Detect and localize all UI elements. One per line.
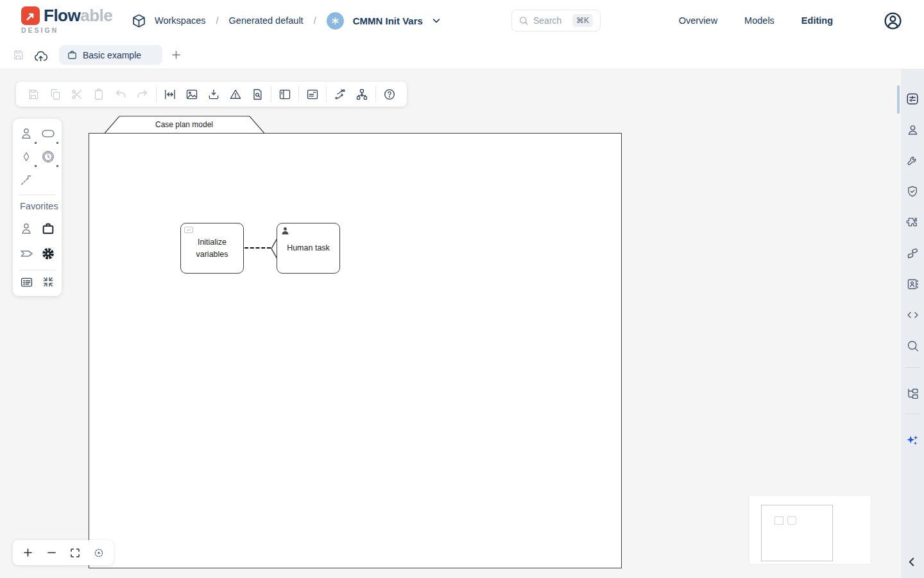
- undo-icon[interactable]: [110, 82, 132, 107]
- minimap[interactable]: [749, 496, 871, 564]
- sidebar-divider: [905, 414, 920, 414]
- toolbar-separator: [326, 86, 327, 102]
- user-icon[interactable]: [905, 123, 920, 137]
- breadcrumb-separator: /: [311, 15, 319, 26]
- tools-icon[interactable]: [905, 153, 920, 168]
- cut-icon[interactable]: [66, 82, 88, 107]
- minimap-case-plan: [761, 505, 833, 561]
- palette-divider: [19, 195, 55, 195]
- milestone-icon[interactable]: [18, 245, 35, 262]
- toolbar-separator: [298, 86, 299, 102]
- add-tab-button[interactable]: [170, 49, 182, 61]
- form-reference-icon[interactable]: [18, 274, 35, 290]
- chevron-left-icon[interactable]: [905, 555, 919, 569]
- top-navigation: Overview Models Editing: [679, 0, 903, 41]
- minimap-node: [787, 516, 796, 525]
- toolbar-separator: [156, 86, 157, 102]
- search-input[interactable]: [533, 15, 568, 26]
- code-icon[interactable]: [905, 308, 920, 322]
- help-icon[interactable]: [379, 82, 400, 107]
- copy-icon[interactable]: [44, 82, 66, 107]
- collapse-icon[interactable]: [40, 274, 56, 290]
- extensions-icon[interactable]: [905, 215, 920, 229]
- fit-screen-icon[interactable]: [68, 540, 82, 565]
- palette-divider: [19, 270, 55, 270]
- toolbar-separator: [375, 86, 376, 102]
- search-icon: [518, 15, 529, 26]
- case-plan-model[interactable]: Case plan model x= Initialize variables …: [89, 116, 622, 569]
- case-plan-label: Case plan model: [105, 120, 264, 129]
- breadcrumb: Workspaces / Generated default / CMMN In…: [131, 0, 442, 41]
- task-icon[interactable]: [40, 125, 56, 142]
- zoom-in-icon[interactable]: [21, 540, 35, 565]
- brand-subtitle: DESIGN: [21, 26, 112, 34]
- connector-icon[interactable]: [18, 171, 35, 188]
- search-icon[interactable]: [905, 338, 920, 353]
- active-panel-indicator: [897, 85, 900, 114]
- cloud-upload-icon[interactable]: [33, 49, 48, 64]
- timer-icon[interactable]: [40, 148, 56, 165]
- favorites-label: Favorites: [20, 201, 58, 211]
- nav-overview[interactable]: Overview: [679, 15, 717, 26]
- search-shortcut-badge: ⌘K: [572, 14, 593, 27]
- brand-wordmark: Flowable: [44, 6, 112, 26]
- diagram-canvas[interactable]: Favorites Case plan model x= Initialize: [0, 69, 901, 578]
- breadcrumb-separator: /: [214, 15, 221, 26]
- sentry-icon[interactable]: [18, 148, 35, 165]
- task-initialize-variables[interactable]: x= Initialize variables: [180, 223, 244, 274]
- center-target-icon[interactable]: [92, 540, 106, 565]
- human-task-icon[interactable]: [18, 125, 35, 142]
- validation-warning-icon[interactable]: [225, 82, 246, 107]
- search-box[interactable]: ⌘K: [511, 10, 601, 31]
- zoom-controls: [13, 540, 114, 565]
- task-label: Human task: [287, 242, 330, 254]
- chevron-down-icon[interactable]: [431, 15, 442, 26]
- breadcrumb-workspace-name[interactable]: Generated default: [229, 15, 304, 26]
- case-task-icon[interactable]: [40, 220, 56, 237]
- person-icon: [281, 227, 289, 235]
- breadcrumb-workspaces[interactable]: Workspaces: [155, 15, 206, 26]
- right-sidebar: [901, 69, 924, 578]
- contact-card-icon[interactable]: [905, 277, 920, 291]
- cube-icon: [131, 13, 147, 29]
- model-name[interactable]: CMMN Init Vars: [353, 15, 423, 26]
- security-icon[interactable]: [905, 184, 920, 198]
- fit-width-icon[interactable]: [159, 82, 181, 107]
- case-plan-body[interactable]: [89, 133, 622, 568]
- toolbar-separator: [271, 86, 271, 102]
- human-task-icon[interactable]: [18, 220, 35, 237]
- tab-basic-example[interactable]: Basic example: [59, 45, 162, 65]
- save-icon[interactable]: [22, 82, 44, 107]
- image-export-icon[interactable]: [181, 82, 203, 107]
- document-tab-bar: Basic example: [0, 41, 924, 69]
- user-avatar-icon[interactable]: [883, 11, 903, 31]
- steps-icon[interactable]: [905, 246, 920, 260]
- ai-sparkles-icon[interactable]: [905, 434, 920, 448]
- download-icon[interactable]: [203, 82, 225, 107]
- panel-layout-icon[interactable]: [274, 82, 296, 107]
- minimap-node: [774, 516, 783, 525]
- paste-icon[interactable]: [88, 82, 110, 107]
- flowable-logo: Flowable DESIGN: [21, 6, 112, 34]
- nav-editing[interactable]: Editing: [801, 15, 833, 26]
- editor-toolbar: [16, 82, 407, 107]
- app-header: Flowable DESIGN Workspaces / Generated d…: [0, 0, 924, 41]
- shape-palette: Favorites: [13, 119, 62, 296]
- document-preview-icon[interactable]: [246, 82, 268, 107]
- nav-models[interactable]: Models: [744, 15, 774, 26]
- tab-label: Basic example: [83, 50, 141, 60]
- service-task-icon[interactable]: [40, 245, 56, 262]
- zoom-out-icon[interactable]: [44, 540, 58, 565]
- task-human[interactable]: Human task: [277, 223, 340, 274]
- sidebar-divider: [905, 367, 920, 368]
- model-tree-icon[interactable]: [905, 386, 920, 400]
- initialize-variables-badge: x=: [184, 227, 193, 233]
- case-icon: [67, 49, 78, 60]
- properties-panel-icon[interactable]: [905, 92, 920, 106]
- org-chart-icon[interactable]: [351, 82, 373, 107]
- redo-icon[interactable]: [132, 82, 153, 107]
- flow-transitions-icon[interactable]: [329, 82, 351, 107]
- form-icon[interactable]: [302, 82, 323, 107]
- task-label: Initialize variables: [189, 236, 235, 259]
- dashed-connector[interactable]: [244, 247, 271, 249]
